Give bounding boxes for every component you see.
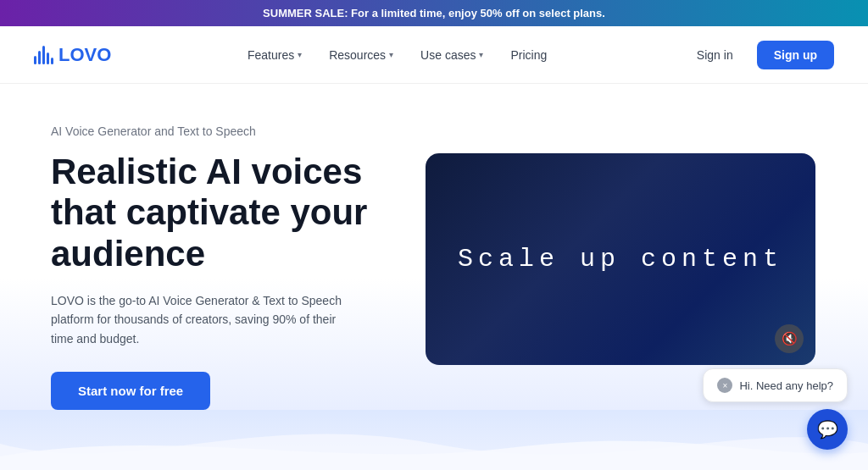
close-icon: × <box>723 381 728 390</box>
nav-item-use-cases[interactable]: Use cases ▾ <box>410 43 493 67</box>
signup-button[interactable]: Sign up <box>757 41 834 69</box>
logo-link[interactable]: LOVO <box>34 44 111 66</box>
nav-label-pricing: Pricing <box>510 48 547 62</box>
nav-label-use-cases: Use cases <box>420 48 476 62</box>
nav-label-resources: Resources <box>329 48 386 62</box>
logo-icon <box>34 46 53 64</box>
video-card-text: Scale up content <box>458 245 783 274</box>
chat-close-button[interactable]: × <box>717 378 732 393</box>
chevron-down-icon: ▾ <box>389 50 393 59</box>
hero-title: Realistic AI voices that captivate your … <box>51 152 390 274</box>
cta-button[interactable]: Start now for free <box>51 372 210 410</box>
chevron-down-icon: ▾ <box>298 50 302 59</box>
logo-text: LOVO <box>58 44 111 66</box>
nav-item-features[interactable]: Features ▾ <box>237 43 312 67</box>
chat-bubble: × Hi. Need any help? <box>703 368 848 402</box>
hero-right: Scale up content 🔇 <box>424 153 817 382</box>
hero-left: AI Voice Generator and Text to Speech Re… <box>51 124 424 410</box>
banner-text: SUMMER SALE: For a limited time, enjoy 5… <box>263 7 605 19</box>
promo-banner: SUMMER SALE: For a limited time, enjoy 5… <box>0 0 868 26</box>
chat-open-button[interactable]: 💬 <box>807 409 848 450</box>
chat-widget: × Hi. Need any help? 💬 <box>703 368 848 450</box>
hero-section: AI Voice Generator and Text to Speech Re… <box>0 84 868 410</box>
hero-subtitle: AI Voice Generator and Text to Speech <box>51 124 390 138</box>
chevron-down-icon: ▾ <box>479 50 483 59</box>
signin-button[interactable]: Sign in <box>683 41 747 69</box>
nav-item-resources[interactable]: Resources ▾ <box>319 43 403 67</box>
chat-icon: 💬 <box>817 419 838 440</box>
chat-bubble-text: Hi. Need any help? <box>739 379 833 392</box>
nav-actions: Sign in Sign up <box>683 41 834 69</box>
mute-button[interactable]: 🔇 <box>775 324 804 353</box>
mute-icon: 🔇 <box>782 331 798 346</box>
nav-label-features: Features <box>248 48 294 62</box>
nav-links: Features ▾ Resources ▾ Use cases ▾ Prici… <box>237 43 557 67</box>
nav-item-pricing[interactable]: Pricing <box>500 43 557 67</box>
video-card[interactable]: Scale up content 🔇 <box>426 153 815 365</box>
hero-description: LOVO is the go-to AI Voice Generator & T… <box>51 291 356 348</box>
navbar: LOVO Features ▾ Resources ▾ Use cases ▾ … <box>0 26 868 84</box>
